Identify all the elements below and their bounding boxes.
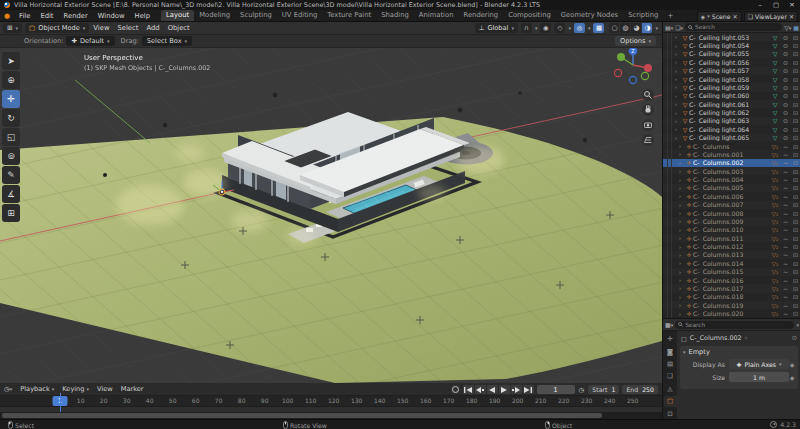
hide-in-viewport-icon[interactable]: ∼ <box>781 159 790 166</box>
hide-in-viewport-icon[interactable]: ∼ <box>781 268 790 275</box>
disable-in-renders-icon[interactable]: ⊡ <box>790 143 800 150</box>
blender-menu-icon[interactable]: ● <box>0 12 14 20</box>
outliner-row[interactable]: ›✛C-_Columns.008▽₂∼⊡ <box>663 209 800 217</box>
view-layer-selector[interactable]: ❏ ViewLayer ✕ <box>744 11 798 22</box>
show-in-viewport-icon[interactable]: ⊙ <box>781 42 790 49</box>
orientation-setting-dropdown[interactable]: ✚ Default ▾ <box>66 36 114 46</box>
show-in-viewport-icon[interactable]: ⊙ <box>781 126 790 133</box>
disable-in-renders-icon[interactable]: ⊡ <box>790 193 800 200</box>
workspace-tab-rendering[interactable]: Rendering <box>458 10 503 21</box>
add-workspace-button[interactable]: + <box>663 12 677 20</box>
disable-in-renders-icon[interactable]: ⊡ <box>790 34 800 41</box>
cursor-tool[interactable]: ⊕ <box>2 71 20 89</box>
outliner-row[interactable]: ›✛C-_Columns.015▽₂∼⊡ <box>663 268 800 276</box>
transform-tool[interactable]: ⊚ <box>2 147 20 165</box>
tool-properties-tab[interactable]: ✛ <box>664 334 677 344</box>
show-in-viewport-icon[interactable]: ⊙ <box>781 117 790 124</box>
hide-in-viewport-icon[interactable]: ∼ <box>781 176 790 183</box>
disable-in-renders-icon[interactable]: ⊡ <box>790 176 800 183</box>
workspace-tab-sculpting[interactable]: Sculpting <box>235 10 277 21</box>
workspace-tab-uv-editing[interactable]: UV Editing <box>277 10 322 21</box>
disable-in-renders-icon[interactable]: ⊡ <box>790 260 800 267</box>
show-in-viewport-icon[interactable]: ⊙ <box>781 134 790 141</box>
proportional-edit-toggle[interactable]: ◉ <box>540 23 551 33</box>
workspace-tab-layout[interactable]: Layout <box>161 10 194 21</box>
outliner-row[interactable]: ›✛C-_Columns.001▽₂∼⊡ <box>663 150 800 158</box>
jump-to-start-button[interactable] <box>463 385 474 394</box>
close-button[interactable]: ✕ <box>784 0 800 10</box>
menu-file[interactable]: File <box>14 12 35 20</box>
object-properties-tab[interactable]: ▢ <box>664 396 677 406</box>
view-layer-properties-tab[interactable]: ❏ <box>664 371 677 381</box>
disable-in-renders-icon[interactable]: ⊡ <box>790 67 800 74</box>
hide-in-viewport-icon[interactable]: ∼ <box>781 210 790 217</box>
disable-in-renders-icon[interactable]: ⊡ <box>790 151 800 158</box>
xray-toggle[interactable]: ▦ <box>593 23 604 33</box>
outliner-row[interactable]: ›✛C-_Columns.010▽₂∼⊡ <box>663 226 800 234</box>
output-properties-tab[interactable]: ▤ <box>664 359 677 369</box>
hide-in-viewport-icon[interactable]: ∼ <box>781 218 790 225</box>
shading-wireframe-button[interactable]: ○ <box>609 23 619 33</box>
properties-search-input[interactable]: Search <box>675 321 794 329</box>
disable-in-renders-icon[interactable]: ⊡ <box>790 76 800 83</box>
mode-selector[interactable]: ▢ Object Mode ▾ <box>25 23 89 33</box>
blender-logo-icon[interactable] <box>4 2 10 8</box>
outliner-row[interactable]: ›▽C-_Ceiling light.064▽⊙⊡ <box>663 125 800 133</box>
timeline-scrollbar-thumb[interactable] <box>2 413 602 418</box>
viewport-menu-view[interactable]: View <box>89 24 113 32</box>
outliner-row[interactable]: ›▽C-_Ceiling light.062▽⊙⊡ <box>663 108 800 116</box>
3d-viewport[interactable]: Orientation: ✚ Default ▾ Drag: Select Bo… <box>0 35 662 383</box>
disable-in-renders-icon[interactable]: ⊡ <box>790 126 800 133</box>
outliner-row[interactable]: ›✛C-_Columns.011▽₂∼⊡ <box>663 234 800 242</box>
outliner-row[interactable]: ›▽C-_Ceiling light.061▽⊙⊡ <box>663 100 800 108</box>
outliner-filter-collection-button[interactable]: ❏▾ <box>675 24 683 31</box>
outliner-row[interactable]: ›✛C-_Columns.017▽₂∼⊡ <box>663 284 800 292</box>
menu-edit[interactable]: Edit <box>35 12 58 20</box>
outliner-row[interactable]: ›✛C-_Columns.006▽₂∼⊡ <box>663 192 800 200</box>
outliner-row[interactable]: ›✛C-_Columns.003▽₂∼⊡ <box>663 167 800 175</box>
show-in-viewport-icon[interactable]: ⊙ <box>781 109 790 116</box>
disable-in-renders-icon[interactable]: ⊡ <box>790 134 800 141</box>
disable-in-renders-icon[interactable]: ⊡ <box>790 42 800 49</box>
outliner-row[interactable]: ›✛C-_Columns.018▽₂∼⊡ <box>663 293 800 301</box>
timeline-menu-view[interactable]: View <box>93 385 117 393</box>
disable-in-renders-icon[interactable]: ⊡ <box>790 159 800 166</box>
shading-material-button[interactable]: ◕ <box>631 23 641 33</box>
disable-in-renders-icon[interactable]: ⊡ <box>790 59 800 66</box>
render-properties-tab[interactable]: ◙ <box>664 346 677 356</box>
disable-in-renders-icon[interactable]: ⊡ <box>790 285 800 292</box>
jump-to-end-button[interactable] <box>523 385 534 394</box>
frame-end-field[interactable]: End 250 <box>622 385 658 394</box>
annotate-tool[interactable]: ✎ <box>2 166 20 184</box>
disable-in-renders-icon[interactable]: ⊡ <box>790 109 800 116</box>
timeline-ruler[interactable]: 1 10203040506070809010011012013014015016… <box>0 396 662 406</box>
hide-in-viewport-icon[interactable]: ∼ <box>781 277 790 284</box>
hide-in-viewport-icon[interactable]: ∼ <box>781 285 790 292</box>
overlays-toggle[interactable]: ◎ <box>574 23 585 33</box>
editor-type-button[interactable]: ⊞▾ <box>3 23 22 33</box>
outliner-filter-button[interactable]: ▽▾ <box>784 24 791 31</box>
camera-view-button[interactable] <box>642 119 654 131</box>
outliner-row[interactable]: ›▽C-_Ceiling light.060▽⊙⊡ <box>663 92 800 100</box>
pin-icon[interactable]: ⊙ <box>792 334 797 342</box>
hide-in-viewport-icon[interactable]: ∼ <box>781 151 790 158</box>
viewport-menu-select[interactable]: Select <box>113 24 142 32</box>
hide-in-viewport-icon[interactable]: ∼ <box>781 226 790 233</box>
disable-in-renders-icon[interactable]: ⊡ <box>790 226 800 233</box>
viewport-menu-object[interactable]: Object <box>164 24 194 32</box>
hide-in-viewport-icon[interactable]: ∼ <box>781 251 790 258</box>
show-in-viewport-icon[interactable]: ⊙ <box>781 34 790 41</box>
hide-in-viewport-icon[interactable]: ∼ <box>781 293 790 300</box>
outliner-row[interactable]: ›✛C-_Columns.020▽₂∼⊡ <box>663 309 800 317</box>
select-box-tool[interactable]: ➤ <box>2 52 20 70</box>
disable-in-renders-icon[interactable]: ⊡ <box>790 277 800 284</box>
animate-property-dot[interactable]: ◆ <box>789 361 795 368</box>
rotate-tool[interactable]: ↻ <box>2 109 20 127</box>
new-collection-button[interactable]: ▦ <box>793 24 799 31</box>
outliner-row[interactable]: ›▽C-_Ceiling light.065▽⊙⊡ <box>663 134 800 142</box>
menu-window[interactable]: Window <box>93 12 130 20</box>
outliner-row[interactable]: ›▽C-_Ceiling light.063▽⊙⊡ <box>663 117 800 125</box>
disable-in-renders-icon[interactable]: ⊡ <box>790 218 800 225</box>
measure-tool[interactable]: ∡ <box>2 185 20 203</box>
disable-in-renders-icon[interactable]: ⊡ <box>790 168 800 175</box>
